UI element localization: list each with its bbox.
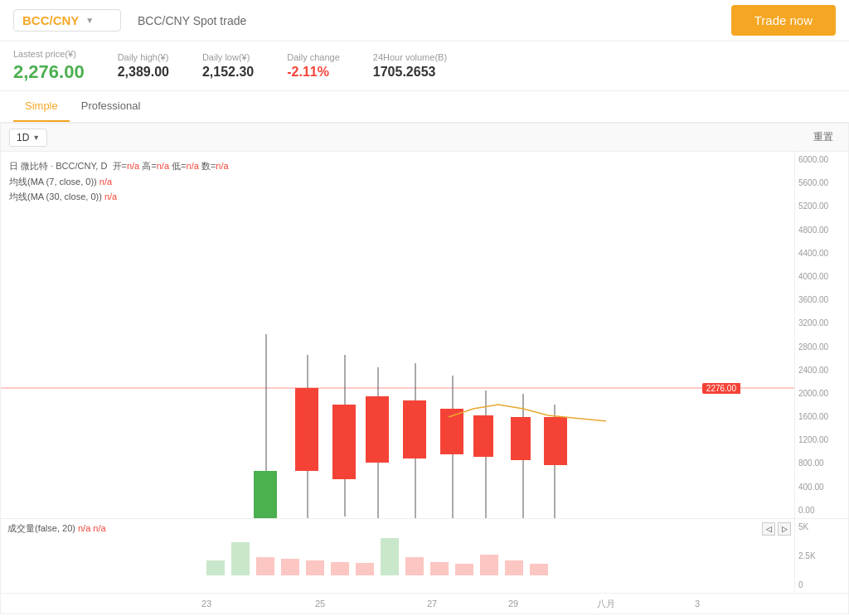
- volume-svg: [1, 519, 794, 593]
- y-axis-label: 3600.00: [798, 295, 845, 304]
- latest-price-stat: Lastest price(¥) 2,276.00: [13, 49, 85, 83]
- daily-high-label: Daily high(¥): [118, 52, 169, 62]
- svg-text:29: 29: [508, 599, 518, 609]
- chart-toolbar: 1D ▼ 重置: [1, 124, 848, 152]
- svg-rect-25: [356, 563, 374, 575]
- header: BCC/CNY ▼ BCC/CNY Spot trade Trade now: [0, 0, 849, 41]
- y-axis-label: 5200.00: [798, 201, 845, 211]
- y-axis-label: 4800.00: [798, 226, 845, 235]
- candlestick-chart: 日 微比特 · BCC/CNY, D 开=n/a 高=n/a 低=n/a 数=n…: [1, 152, 794, 518]
- svg-rect-20: [231, 542, 250, 575]
- vol-y-label-0: 0: [798, 580, 845, 589]
- y-axis-label: 1200.00: [798, 435, 845, 444]
- svg-rect-26: [381, 538, 399, 575]
- tab-professional[interactable]: Professional: [70, 91, 153, 122]
- svg-rect-21: [256, 557, 274, 575]
- y-axis: 6000.005600.005200.004800.004400.004000.…: [794, 152, 848, 518]
- daily-change-label: Daily change: [287, 52, 340, 62]
- svg-rect-4: [295, 388, 318, 471]
- svg-rect-31: [505, 560, 523, 575]
- y-axis-label: 4000.00: [798, 272, 845, 281]
- header-subtitle: BCC/CNY Spot trade: [138, 14, 246, 27]
- y-axis-label: 6000.00: [798, 155, 845, 164]
- svg-rect-16: [511, 417, 531, 460]
- period-selector[interactable]: 1D ▼: [9, 129, 47, 147]
- y-axis-label: 2000.00: [798, 389, 845, 398]
- volume-section: 成交量(false, 20) n/a n/a ◁ ▷: [1, 518, 848, 593]
- chevron-down-icon: ▼: [85, 16, 94, 25]
- pair-label: BCC/CNY: [22, 13, 79, 27]
- daily-low-value: 2,152.30: [202, 65, 254, 80]
- svg-text:23: 23: [201, 599, 211, 609]
- daily-high-stat: Daily high(¥) 2,389.00: [118, 52, 169, 80]
- period-label: 1D: [17, 132, 29, 143]
- svg-rect-10: [403, 400, 426, 458]
- y-axis-label: 4400.00: [798, 249, 845, 258]
- y-axis-label: 3200.00: [798, 318, 845, 327]
- pair-selector[interactable]: BCC/CNY ▼: [13, 9, 121, 32]
- daily-change-stat: Daily change -2.11%: [287, 52, 340, 80]
- svg-rect-23: [306, 560, 324, 575]
- x-axis-bar: 23 25 27 29 八月 3: [1, 593, 848, 614]
- svg-rect-18: [544, 417, 567, 465]
- main-chart-svg: [1, 152, 794, 518]
- svg-text:27: 27: [427, 599, 437, 609]
- svg-rect-29: [455, 564, 473, 575]
- y-axis-label: 2400.00: [798, 366, 845, 375]
- svg-rect-22: [281, 559, 299, 575]
- volume-label: 24Hour volume(B): [373, 52, 447, 62]
- volume-info: 成交量(false, 20) n/a n/a: [7, 522, 106, 535]
- svg-rect-27: [405, 557, 424, 575]
- latest-price-label: Lastest price(¥): [13, 49, 85, 59]
- svg-rect-19: [206, 560, 225, 575]
- daily-change-value: -2.11%: [287, 65, 340, 80]
- volume-stat: 24Hour volume(B) 1705.2653: [373, 52, 447, 80]
- svg-rect-30: [480, 555, 498, 575]
- chart-info-overlay: 日 微比特 · BCC/CNY, D 开=n/a 高=n/a 低=n/a 数=n…: [9, 158, 229, 205]
- y-axis-label: 5600.00: [798, 178, 845, 187]
- current-price-badge: 2276.00: [702, 383, 740, 394]
- svg-rect-2: [254, 471, 277, 518]
- x-axis-spacer: [794, 594, 848, 614]
- volume-controls: ◁ ▷: [762, 522, 791, 536]
- daily-low-stat: Daily low(¥) 2,152.30: [202, 52, 254, 80]
- y-axis-label: 400.00: [798, 483, 845, 492]
- stats-bar: Lastest price(¥) 2,276.00 Daily high(¥) …: [0, 41, 849, 91]
- daily-low-label: Daily low(¥): [202, 52, 254, 62]
- svg-rect-6: [332, 405, 356, 479]
- y-axis-label: 0.00: [798, 506, 845, 515]
- ma30-line: 均线(MA (30, close, 0)) n/a: [9, 189, 229, 205]
- chart-pair-info: 日 微比特 · BCC/CNY, D: [9, 161, 107, 171]
- svg-text:八月: 八月: [597, 599, 615, 609]
- tab-simple[interactable]: Simple: [13, 91, 70, 122]
- svg-rect-14: [473, 415, 493, 457]
- chart-container: 1D ▼ 重置 日 微比特 · BCC/CNY, D 开=n/a 高=n/a 低…: [0, 123, 849, 614]
- y-axis-label: 2800.00: [798, 342, 845, 352]
- svg-rect-32: [530, 564, 548, 575]
- volume-value: 1705.2653: [373, 65, 447, 80]
- trade-now-button[interactable]: Trade now: [731, 5, 836, 36]
- svg-rect-8: [366, 396, 389, 463]
- svg-text:25: 25: [315, 599, 325, 609]
- svg-text:3: 3: [695, 599, 700, 609]
- y-axis-label: 800.00: [798, 458, 845, 468]
- volume-ctrl-btn-2[interactable]: ▷: [778, 522, 791, 536]
- period-arrow-icon: ▼: [32, 133, 40, 142]
- volume-ctrl-btn-1[interactable]: ◁: [762, 522, 775, 536]
- x-axis-svg: 23 25 27 29 八月 3: [1, 594, 794, 614]
- reset-button[interactable]: 重置: [807, 128, 840, 147]
- volume-chart: 成交量(false, 20) n/a n/a ◁ ▷: [1, 519, 794, 593]
- main-chart-area: 日 微比特 · BCC/CNY, D 开=n/a 高=n/a 低=n/a 数=n…: [1, 152, 848, 518]
- svg-rect-24: [331, 562, 349, 575]
- vol-y-label-5k: 5K: [798, 522, 845, 531]
- y-axis-label: 1600.00: [798, 412, 845, 421]
- ma7-line: 均线(MA (7, close, 0)) n/a: [9, 174, 229, 190]
- volume-y-axis: 5K 2.5K 0: [794, 519, 848, 593]
- tabs-bar: Simple Professional: [0, 91, 849, 123]
- chart-title-line: 日 微比特 · BCC/CNY, D 开=n/a 高=n/a 低=n/a 数=n…: [9, 158, 229, 174]
- latest-price-value: 2,276.00: [13, 61, 85, 83]
- svg-rect-28: [430, 562, 449, 575]
- daily-high-value: 2,389.00: [118, 65, 169, 80]
- vol-y-label-2.5k: 2.5K: [798, 551, 845, 560]
